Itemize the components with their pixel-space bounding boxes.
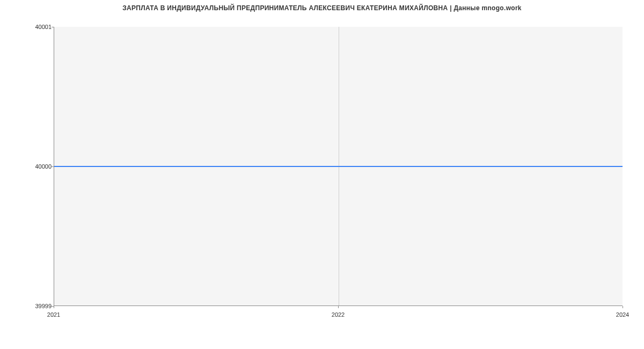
x-tick-mark [623, 306, 623, 308]
plot-area [54, 27, 623, 306]
data-line [54, 166, 623, 167]
y-tick-label: 40000 [35, 163, 52, 170]
x-tick-label: 2024 [616, 311, 629, 318]
y-tick-mark [52, 27, 54, 27]
y-tick-mark [52, 166, 54, 167]
chart-title: ЗАРПЛАТА В ИНДИВИДУАЛЬНЫЙ ПРЕДПРИНИМАТЕЛ… [0, 4, 644, 12]
x-tick-mark [338, 306, 339, 308]
x-tick-label: 2021 [47, 311, 60, 318]
x-tick-label: 2022 [332, 311, 345, 318]
x-tick-mark [54, 306, 54, 308]
y-tick-label: 39999 [35, 303, 52, 309]
y-tick-label: 40001 [35, 24, 52, 30]
